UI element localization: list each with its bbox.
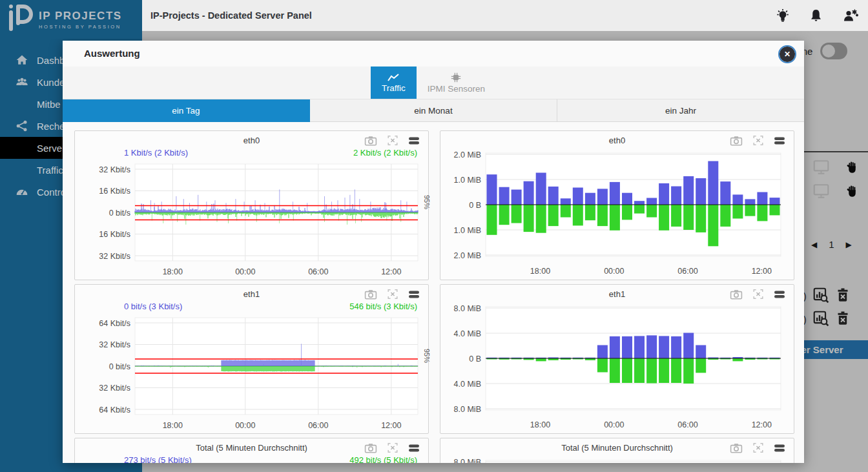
logo-brand: IP PROJECTS <box>39 10 122 23</box>
fullscreen-icon[interactable] <box>752 289 764 300</box>
camera-icon[interactable] <box>364 443 377 453</box>
svg-text:32 Kbit/s: 32 Kbit/s <box>99 384 130 393</box>
tab-ein-jahr[interactable]: ein Jahr <box>557 99 804 122</box>
chart-area: 64 Kbit/s32 Kbit/s0 bit/s32 Kbit/s64 Kbi… <box>75 313 428 433</box>
svg-text:12:00: 12:00 <box>752 267 772 276</box>
svg-text:32 Kbit/s: 32 Kbit/s <box>99 252 130 261</box>
chart-canvas[interactable]: 2.0 MiB1.0 MiB0 B1.0 MiB2.0 MiB18:0000:0… <box>440 147 794 276</box>
fullscreen-icon[interactable] <box>387 289 398 300</box>
chart-canvas[interactable]: 64 Kbit/s32 Kbit/s0 bit/s32 Kbit/s64 Kbi… <box>75 313 428 431</box>
svg-text:06:00: 06:00 <box>677 267 698 276</box>
menu-icon[interactable] <box>408 290 420 299</box>
svg-text:06:00: 06:00 <box>677 420 698 429</box>
svg-text:00:00: 00:00 <box>604 267 624 276</box>
svg-text:16 Kbit/s: 16 Kbit/s <box>99 230 130 239</box>
chart-panel: eth1 8.0 MiB4.0 MiB0 B4.0 MiB8.0 MiB18:0… <box>440 284 794 434</box>
period-tab-bar: ein Tag ein Monat ein Jahr <box>63 99 804 122</box>
svg-text:12:00: 12:00 <box>752 420 772 429</box>
chart-canvas[interactable]: 32 Kbit/s16 Kbit/s0 bit/s16 Kbit/s32 Kbi… <box>75 159 428 277</box>
bell-icon[interactable] <box>809 8 823 24</box>
svg-text:1.0 MiB: 1.0 MiB <box>454 176 481 185</box>
chart-area: 32 Kbit/s16 Kbit/s0 bit/s16 Kbit/s32 Kbi… <box>75 159 428 280</box>
fullscreen-icon[interactable] <box>387 135 398 146</box>
svg-text:32 Kbit/s: 32 Kbit/s <box>99 340 130 349</box>
tab-traffic[interactable]: Traffic <box>371 67 417 99</box>
tab-label: Traffic <box>382 83 406 93</box>
svg-text:18:00: 18:00 <box>163 421 183 430</box>
user-gear-icon[interactable] <box>842 8 859 24</box>
chart-panel: eth0 1 Kbit/s (2 Kbit/s) 2 Kbit/s (2 Kbi… <box>74 130 429 280</box>
ip-projects-logo-icon <box>6 3 34 36</box>
svg-text:0 B: 0 B <box>469 201 481 210</box>
svg-text:0 bit/s: 0 bit/s <box>109 362 130 371</box>
svg-text:18:00: 18:00 <box>530 420 550 429</box>
camera-icon[interactable] <box>364 289 377 300</box>
chart-panel: Total (5 Minuten Durchschnitt) 8.0 MiB <box>440 438 794 463</box>
chart-panel-header: eth0 <box>75 131 428 147</box>
tab-bar: Traffic IPMI Sensoren <box>63 67 804 99</box>
chart-panel-header: eth1 <box>440 285 794 300</box>
close-icon[interactable]: ✕ <box>780 46 795 62</box>
chart-panel-header: eth1 <box>75 285 428 300</box>
inbound-value: 273 bit/s (5 Kbit/s) <box>124 455 192 463</box>
svg-text:00:00: 00:00 <box>604 420 624 429</box>
svg-text:64 Kbit/s: 64 Kbit/s <box>99 319 130 328</box>
svg-text:2.0 MiB: 2.0 MiB <box>454 251 481 260</box>
page-title: IP-Projects - Dedicated Server Panel <box>150 0 312 31</box>
menu-icon[interactable] <box>774 290 785 299</box>
chart-current-values: 273 bit/s (5 Kbit/s) 492 bit/s (5 Kbit/s… <box>75 454 428 463</box>
svg-text:0 bit/s: 0 bit/s <box>109 209 130 218</box>
percentile-label: 95% <box>423 349 431 363</box>
fullscreen-icon[interactable] <box>387 442 398 453</box>
camera-icon[interactable] <box>730 289 743 300</box>
chart-panel-header: eth0 <box>440 131 794 147</box>
svg-text:32 Kbit/s: 32 Kbit/s <box>99 165 130 174</box>
camera-icon[interactable] <box>364 136 377 146</box>
chart-current-values: 1 Kbit/s (2 Kbit/s) 2 Kbit/s (2 Kbit/s) <box>75 147 428 159</box>
auswertung-modal: Auswertung ✕ Traffic IPMI Sensoren ein T… <box>63 41 804 463</box>
tab-ipmi-sensoren[interactable]: IPMI Sensoren <box>417 67 496 99</box>
menu-icon[interactable] <box>774 136 785 145</box>
svg-text:8.0 MiB: 8.0 MiB <box>454 304 481 313</box>
svg-text:8.0 MiB: 8.0 MiB <box>454 405 481 414</box>
modal-header: Auswertung ✕ <box>63 41 804 67</box>
chart-canvas[interactable]: 8.0 MiB4.0 MiB0 B4.0 MiB8.0 MiB18:0000:0… <box>440 300 794 430</box>
charts-grid: eth0 1 Kbit/s (2 Kbit/s) 2 Kbit/s (2 Kbi… <box>74 130 794 463</box>
chart-panel: eth0 2.0 MiB1.0 MiB0 B1.0 MiB2.0 MiB18:0… <box>440 130 794 280</box>
svg-text:8.0 MiB: 8.0 MiB <box>454 458 481 464</box>
chart-area: 8.0 MiB <box>440 454 794 463</box>
svg-text:06:00: 06:00 <box>308 421 328 430</box>
outbound-value: 546 bit/s (3 Kbit/s) <box>349 302 417 313</box>
logo-text: IP PROJECTS HOSTING BY PASSION <box>39 10 122 30</box>
svg-text:18:00: 18:00 <box>163 267 183 276</box>
fullscreen-icon[interactable] <box>752 442 764 453</box>
svg-text:64 Kbit/s: 64 Kbit/s <box>99 405 130 415</box>
tab-ein-tag[interactable]: ein Tag <box>63 99 310 122</box>
chart-area: 8.0 MiB4.0 MiB0 B4.0 MiB8.0 MiB18:0000:0… <box>440 300 794 433</box>
menu-icon[interactable] <box>408 136 420 145</box>
tab-ein-monat[interactable]: ein Monat <box>310 99 557 122</box>
camera-icon[interactable] <box>730 443 743 453</box>
menu-icon[interactable] <box>774 444 785 453</box>
svg-text:12:00: 12:00 <box>381 267 401 276</box>
camera-icon[interactable] <box>730 136 743 146</box>
svg-text:4.0 MiB: 4.0 MiB <box>454 329 481 338</box>
lightbulb-icon[interactable] <box>776 8 790 24</box>
svg-text:16 Kbit/s: 16 Kbit/s <box>99 187 130 196</box>
tab-label: IPMI Sensoren <box>428 84 485 94</box>
menu-icon[interactable] <box>408 444 420 453</box>
svg-text:4.0 MiB: 4.0 MiB <box>454 380 481 389</box>
svg-text:00:00: 00:00 <box>235 267 255 276</box>
percentile-label: 95% <box>423 195 431 209</box>
line-chart-icon <box>387 73 400 82</box>
outbound-value: 2 Kbit/s (2 Kbit/s) <box>353 148 417 159</box>
logo[interactable]: IP PROJECTS HOSTING BY PASSION <box>0 0 142 39</box>
chart-canvas[interactable]: 8.0 MiB <box>440 454 794 463</box>
fullscreen-icon[interactable] <box>752 135 764 146</box>
svg-text:18:00: 18:00 <box>530 267 550 276</box>
chart-panel: Total (5 Minuten Durchschnitt) 273 bit/s… <box>74 438 429 463</box>
svg-text:0 B: 0 B <box>469 354 481 364</box>
chart-panel-header: Total (5 Minuten Durchschnitt) <box>75 438 428 454</box>
svg-text:1.0 MiB: 1.0 MiB <box>454 226 481 235</box>
chart-current-values: 0 bit/s (3 Kbit/s) 546 bit/s (3 Kbit/s) <box>75 300 428 313</box>
